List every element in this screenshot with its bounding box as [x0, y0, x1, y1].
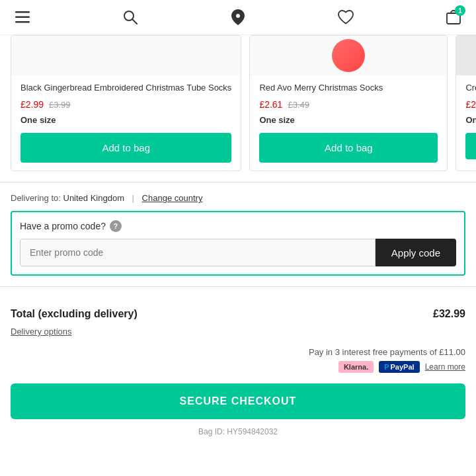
price-row-3: £2.61	[465, 99, 476, 110]
product-name-3: Cream	[465, 82, 476, 94]
total-section: Total (excluding delivery) £32.99 Delive…	[0, 298, 476, 347]
product-card-3: Cream £2.61 One s	[456, 35, 476, 171]
delivering-prefix: Delivering to:	[11, 193, 61, 203]
promo-question-text: Have a promo code?	[20, 221, 106, 231]
apply-code-button[interactable]: Apply code	[376, 239, 456, 266]
secure-checkout-button[interactable]: SECURE CHECKOUT	[11, 383, 465, 419]
price-row-2: £2.61 £3.49	[259, 99, 438, 110]
svg-rect-1	[15, 17, 30, 19]
change-country-link[interactable]: Change country	[142, 193, 203, 203]
promo-input-row: Apply code	[20, 239, 456, 266]
menu-icon[interactable]	[13, 8, 32, 26]
svg-line-4	[132, 19, 137, 24]
product-carousel: Black Gingerbread Embroidered Christmas …	[0, 35, 476, 171]
promo-section: Have a promo code? ? Apply code	[11, 211, 465, 276]
delivery-separator: |	[130, 193, 137, 203]
price-sale-1: £2.99	[20, 99, 44, 110]
promo-code-input[interactable]	[20, 239, 376, 266]
payment-text: Pay in 3 interest free payments of £11.0…	[309, 347, 465, 357]
delivery-country: United Kingdom	[63, 193, 125, 203]
divider-1	[0, 182, 476, 182]
wishlist-icon[interactable]	[337, 8, 355, 26]
price-row-1: £2.99 £3.99	[20, 99, 231, 110]
total-row: Total (excluding delivery) £32.99	[11, 308, 465, 320]
cart-badge: 1	[455, 5, 465, 16]
product-info-3: Cream £2.61 One s	[456, 75, 476, 125]
svg-rect-0	[15, 11, 30, 13]
divider-2	[0, 286, 476, 287]
total-amount: £32.99	[433, 308, 465, 320]
product-thumbnail-2	[332, 39, 365, 72]
paypal-badge: P PayPal	[379, 361, 419, 373]
bag-id: Bag ID: HY594842032	[0, 427, 476, 444]
price-original-1: £3.99	[49, 100, 71, 110]
paypal-label: PayPal	[391, 363, 415, 371]
price-sale-3: £2.61	[465, 99, 476, 110]
product-image-3	[456, 36, 476, 75]
promo-question-row: Have a promo code? ?	[20, 220, 456, 232]
paypal-p-icon: P	[384, 363, 389, 371]
add-to-bag-button-2[interactable]: Add to bag	[259, 133, 438, 163]
cart-icon[interactable]: 1	[444, 8, 463, 26]
svg-rect-2	[15, 21, 30, 23]
product-name-1: Black Gingerbread Embroidered Christmas …	[20, 82, 231, 94]
location-icon[interactable]	[229, 8, 247, 26]
header: 1	[0, 0, 476, 35]
delivery-row: Delivering to: United Kingdom | Change c…	[0, 193, 476, 203]
product-info-2: Red Avo Merry Christmas Socks £2.61 £3.4…	[250, 75, 447, 125]
delivery-options-link[interactable]: Delivery options	[11, 327, 72, 337]
product-image-1	[11, 36, 241, 75]
size-label-3: One s	[465, 115, 476, 125]
product-image-2	[250, 36, 447, 75]
price-sale-2: £2.61	[259, 99, 282, 110]
product-card-2: Red Avo Merry Christmas Socks £2.61 £3.4…	[249, 35, 448, 171]
promo-help-icon[interactable]: ?	[110, 220, 122, 232]
payment-logos: Klarna. P PayPal Learn more	[338, 361, 465, 373]
payment-options: Pay in 3 interest free payments of £11.0…	[0, 347, 476, 373]
search-icon[interactable]	[121, 8, 139, 26]
klarna-badge: Klarna.	[338, 361, 374, 373]
learn-more-link[interactable]: Learn more	[425, 362, 465, 372]
add-to-bag-button-1[interactable]: Add to bag	[20, 133, 231, 163]
product-card-1: Black Gingerbread Embroidered Christmas …	[11, 35, 241, 171]
total-label: Total (excluding delivery)	[11, 308, 138, 320]
price-original-2: £3.49	[288, 100, 309, 110]
product-info-1: Black Gingerbread Embroidered Christmas …	[11, 75, 241, 125]
size-label-2: One size	[259, 115, 438, 125]
product-name-2: Red Avo Merry Christmas Socks	[259, 82, 438, 94]
size-label-1: One size	[20, 115, 231, 125]
